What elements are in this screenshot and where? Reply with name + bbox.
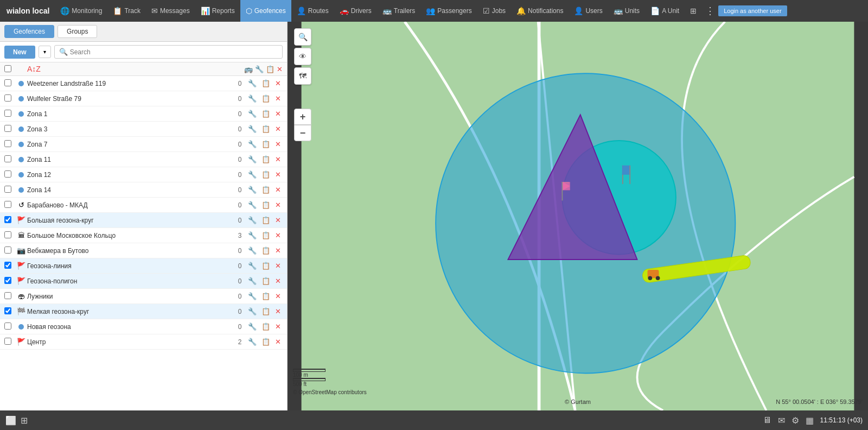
- item-delete-icon[interactable]: ✕: [273, 94, 283, 103]
- item-checkbox[interactable]: [4, 155, 11, 162]
- item-wrench-icon[interactable]: 🔧: [246, 170, 258, 179]
- item-wrench-icon[interactable]: 🔧: [246, 246, 258, 255]
- item-checkbox[interactable]: [4, 292, 11, 299]
- tab-geofences[interactable]: Geofences: [4, 25, 54, 38]
- item-delete-icon[interactable]: ✕: [273, 185, 283, 194]
- bottom-monitor-icon[interactable]: 🖥: [763, 415, 771, 425]
- nav-users[interactable]: 👤 Users: [569, 0, 608, 22]
- item-delete-icon[interactable]: ✕: [273, 322, 283, 331]
- search-map-button[interactable]: 🔍: [294, 28, 311, 46]
- item-copy-icon[interactable]: 📋: [260, 140, 272, 149]
- item-checkbox[interactable]: [4, 246, 11, 254]
- item-delete-icon[interactable]: ✕: [273, 155, 283, 164]
- item-copy-icon[interactable]: 📋: [260, 124, 272, 134]
- item-delete-icon[interactable]: ✕: [273, 337, 283, 346]
- nav-track[interactable]: 📋 Track: [107, 0, 146, 22]
- item-wrench-icon[interactable]: 🔧: [246, 337, 258, 346]
- item-checkbox[interactable]: [4, 231, 11, 238]
- item-wrench-icon[interactable]: 🔧: [246, 185, 258, 194]
- select-all-checkbox[interactable]: [4, 65, 11, 72]
- window-layout-icon[interactable]: ⬜: [5, 415, 16, 426]
- item-wrench-icon[interactable]: 🔧: [246, 307, 258, 316]
- item-checkbox[interactable]: [4, 322, 11, 330]
- item-wrench-icon[interactable]: 🔧: [246, 79, 258, 88]
- map-area[interactable]: 🔍 👁 🗺 + − 100 m 500 ft © OpenStreetMap c…: [288, 22, 868, 410]
- item-wrench-icon[interactable]: 🔧: [246, 216, 258, 225]
- new-geofence-button[interactable]: New: [4, 46, 35, 59]
- nav-monitoring[interactable]: 🌐 Monitoring: [55, 0, 107, 22]
- nav-notifications[interactable]: 🔔 Notifications: [511, 0, 569, 22]
- item-delete-icon[interactable]: ✕: [273, 200, 283, 210]
- item-checkbox[interactable]: [4, 216, 11, 223]
- item-copy-icon[interactable]: 📋: [260, 307, 272, 316]
- item-copy-icon[interactable]: 📋: [260, 155, 272, 164]
- item-copy-icon[interactable]: 📋: [260, 109, 272, 118]
- item-checkbox[interactable]: [4, 79, 11, 86]
- zoom-in-button[interactable]: +: [294, 109, 311, 125]
- item-wrench-icon[interactable]: 🔧: [246, 94, 258, 103]
- header-truck-icon[interactable]: 🚌: [244, 65, 253, 73]
- item-delete-icon[interactable]: ✕: [273, 170, 283, 179]
- search-input[interactable]: [70, 48, 278, 56]
- item-checkbox[interactable]: [4, 170, 11, 178]
- item-delete-icon[interactable]: ✕: [273, 109, 283, 118]
- nav-aunit[interactable]: 📄 A Unit: [645, 0, 685, 22]
- item-copy-icon[interactable]: 📋: [260, 292, 272, 301]
- item-wrench-icon[interactable]: 🔧: [246, 124, 258, 134]
- nav-reports[interactable]: 📊 Reports: [195, 0, 240, 22]
- item-checkbox[interactable]: [4, 338, 11, 345]
- item-wrench-icon[interactable]: 🔧: [246, 231, 258, 240]
- item-copy-icon[interactable]: 📋: [260, 337, 272, 346]
- item-delete-icon[interactable]: ✕: [273, 124, 283, 134]
- item-copy-icon[interactable]: 📋: [260, 322, 272, 331]
- zoom-out-button[interactable]: −: [294, 125, 311, 141]
- bottom-email-icon[interactable]: ✉: [778, 415, 785, 426]
- header-copy-icon[interactable]: 📋: [266, 65, 275, 73]
- item-delete-icon[interactable]: ✕: [273, 292, 283, 301]
- item-checkbox[interactable]: [4, 262, 11, 269]
- item-wrench-icon[interactable]: 🔧: [246, 276, 258, 286]
- sort-icon[interactable]: A↕Z: [27, 65, 41, 73]
- header-delete-icon[interactable]: ✕: [277, 65, 283, 73]
- item-copy-icon[interactable]: 📋: [260, 79, 272, 88]
- item-delete-icon[interactable]: ✕: [273, 231, 283, 240]
- item-checkbox[interactable]: [4, 140, 11, 147]
- grid-layout-icon[interactable]: ⊞: [21, 415, 28, 426]
- item-copy-icon[interactable]: 📋: [260, 200, 272, 210]
- nav-geofences[interactable]: ⬡ Geofences: [240, 0, 291, 22]
- nav-more-button[interactable]: ⋮: [702, 5, 718, 17]
- item-wrench-icon[interactable]: 🔧: [246, 109, 258, 118]
- eye-map-button[interactable]: 👁: [294, 48, 311, 65]
- nav-grid[interactable]: ⊞: [685, 0, 702, 22]
- item-delete-icon[interactable]: ✕: [273, 79, 283, 88]
- item-wrench-icon[interactable]: 🔧: [246, 155, 258, 164]
- item-copy-icon[interactable]: 📋: [260, 231, 272, 240]
- item-delete-icon[interactable]: ✕: [273, 216, 283, 225]
- item-wrench-icon[interactable]: 🔧: [246, 261, 258, 270]
- item-copy-icon[interactable]: 📋: [260, 185, 272, 194]
- tab-groups[interactable]: Groups: [58, 25, 97, 38]
- item-copy-icon[interactable]: 📋: [260, 216, 272, 225]
- nav-messages[interactable]: ✉ Messages: [146, 0, 195, 22]
- login-as-another-button[interactable]: Login as another user: [718, 5, 787, 16]
- item-checkbox[interactable]: [4, 110, 11, 117]
- item-checkbox[interactable]: [4, 186, 11, 193]
- item-delete-icon[interactable]: ✕: [273, 276, 283, 286]
- item-copy-icon[interactable]: 📋: [260, 246, 272, 255]
- item-delete-icon[interactable]: ✕: [273, 246, 283, 255]
- item-copy-icon[interactable]: 📋: [260, 170, 272, 179]
- item-wrench-icon[interactable]: 🔧: [246, 322, 258, 331]
- item-delete-icon[interactable]: ✕: [273, 307, 283, 316]
- item-checkbox[interactable]: [4, 277, 11, 284]
- item-wrench-icon[interactable]: 🔧: [246, 140, 258, 149]
- item-wrench-icon[interactable]: 🔧: [246, 292, 258, 301]
- item-copy-icon[interactable]: 📋: [260, 276, 272, 286]
- nav-units[interactable]: 🚌 Units: [608, 0, 645, 22]
- nav-passengers[interactable]: 👥 Passengers: [420, 0, 477, 22]
- bottom-grid2-icon[interactable]: ▦: [806, 415, 814, 426]
- item-copy-icon[interactable]: 📋: [260, 94, 272, 103]
- item-delete-icon[interactable]: ✕: [273, 261, 283, 270]
- item-wrench-icon[interactable]: 🔧: [246, 200, 258, 210]
- item-checkbox[interactable]: [4, 307, 11, 314]
- header-wrench-icon[interactable]: 🔧: [255, 65, 264, 73]
